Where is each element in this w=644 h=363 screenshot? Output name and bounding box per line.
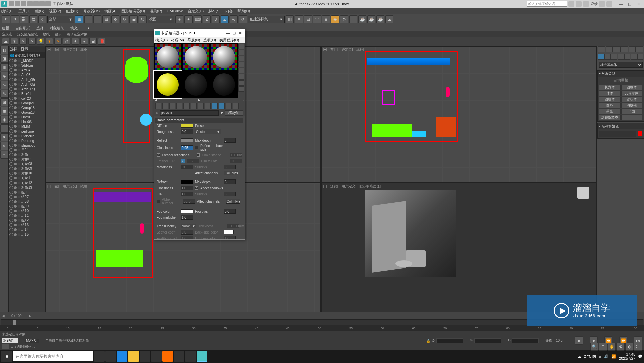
roughness-spinner[interactable]: 0.0 [181,129,193,134]
redo-button[interactable]: ↷ [11,15,19,23]
coord-z[interactable] [512,338,539,343]
scene-item[interactable]: 组10 [9,209,45,213]
ribbon-objpaint[interactable]: 对象绘制 [50,25,64,31]
move-button[interactable]: ✥ [111,15,119,23]
primitive-button[interactable]: 球体 [599,91,621,96]
lt-8[interactable]: ▦ [0,107,8,115]
rollout-basic[interactable]: Basic parameters [155,118,243,123]
primitive-button[interactable]: 圆环 [599,103,621,108]
uv-icon[interactable] [238,62,244,67]
rollout-objtype[interactable]: ▾ 对象类型 [598,71,644,77]
scene-item[interactable]: 对象10 [9,171,45,176]
fresnel-checkbox[interactable] [157,153,160,157]
scene-item[interactable]: 组09 [9,204,45,209]
explorer-icon[interactable] [128,351,139,362]
coord-y[interactable] [474,338,501,343]
ribbon-fill[interactable]: 填充 [70,25,78,31]
lt-9[interactable]: ◉ [0,116,8,124]
menu-render[interactable]: 渲染(R) [150,9,162,14]
scene-item[interactable]: 组01 [9,190,45,195]
scene-item[interactable]: Group18 [9,105,45,110]
sun3-icon[interactable]: ☀ [28,38,36,45]
go-parent-button[interactable] [226,103,232,109]
target-icon[interactable]: ◎ [63,38,70,45]
system-icon[interactable] [637,54,643,60]
maxdepth-r-spinner[interactable]: 5 [224,138,236,143]
menu-tools[interactable]: 工具(T) [18,9,31,14]
snap-3d-button[interactable]: 3 [212,15,220,23]
book-icon[interactable]: 📕 [98,38,105,45]
sparkle-icon[interactable]: ✦ [72,38,79,45]
primitive-button[interactable]: 管状体 [621,97,643,102]
menu-civil[interactable]: Civil View [167,9,182,13]
scene-item[interactable]: Arch_05( [9,77,45,82]
lt-7[interactable]: ⊞ [0,98,8,106]
spinner-snap-button[interactable]: ⟳ [239,15,247,23]
scene-item[interactable]: Line01 [9,115,45,119]
affect-shadows-checkbox[interactable] [195,186,198,190]
sun-icon[interactable]: ☀ [11,38,18,45]
infocenter-icon[interactable] [568,1,574,7]
scene-item[interactable]: 对象08 [9,162,45,166]
translucency-dropdown[interactable]: None▼ [181,224,196,228]
clock-date[interactable]: 2021/7/27 [619,356,635,360]
render-last-button[interactable]: ☕ [367,15,375,23]
affect-f-dropdown[interactable]: Col..nly▼ [226,199,240,204]
sun2-icon[interactable]: ☀ [19,38,27,45]
menu-modifiers[interactable]: 修改器(M) [83,9,100,14]
maxdepth-f-spinner[interactable]: 5 [224,179,236,184]
workspace-label[interactable]: 工作区: 默认 [53,1,73,6]
lt-10[interactable]: T [0,124,8,133]
pick-icon[interactable]: ✎ [155,111,158,115]
ribbon-tabs[interactable]: 建模 自由形式 选择 对象绘制 填充 ● [0,24,644,31]
dialog-minimize[interactable]: — [225,31,231,35]
fogmult-spinner[interactable]: 1.0 [181,215,193,220]
scene-item[interactable]: 对象01 [9,157,45,162]
sample-slots[interactable] [154,43,238,98]
show-map-button[interactable] [212,103,218,109]
close-button[interactable]: ✕ [634,1,643,7]
scene-item[interactable]: 3ddd.ru [9,63,45,68]
scene-item[interactable]: 组11 [9,213,45,218]
login-label[interactable]: 登录 [590,1,598,6]
scene-item[interactable]: 对象09 [9,166,45,171]
time-ruler[interactable]: 0510152025303540455055606570758085909510… [0,325,644,331]
video-icon[interactable] [238,68,244,73]
primitive-button[interactable]: 几何球体 [621,91,643,96]
cortana-icon[interactable] [94,351,105,362]
quick-access-toolbar[interactable] [9,1,51,7]
scene-item[interactable]: Line03 [9,119,45,124]
scale-button[interactable]: ▣ [129,15,138,23]
render-frame-button[interactable]: ▭ [349,15,357,23]
rollout-namecolor[interactable]: ▾ 名称和颜色 [598,123,644,129]
scene-item[interactable]: 组13 [9,223,45,227]
select-name-button[interactable]: ▭ [84,15,92,23]
geo-icon[interactable] [598,54,604,60]
reflect-swatch[interactable] [181,138,193,142]
teapot-icon[interactable]: ☕ [376,15,384,23]
preset-dropdown[interactable]: Custom▼ [195,129,221,134]
render-setup-button[interactable]: ⚙ [340,15,348,23]
scene-item[interactable]: Arch_05( [9,82,45,87]
sun5-icon[interactable]: ☀ [54,38,62,45]
material-type-button[interactable]: VRayMtl [225,110,243,116]
sphere-icon[interactable]: ● [80,38,88,45]
menu-group[interactable]: 组(G) [35,9,44,14]
scene-item[interactable]: 对象11 [9,176,45,180]
space-icon[interactable] [631,54,637,60]
rotate-button[interactable]: ↻ [120,15,128,23]
bind-button[interactable]: ◊ [38,15,46,23]
primitive-button[interactable]: 四棱锥 [621,103,643,108]
object-name-input[interactable] [599,131,636,137]
nav-orbit-button[interactable]: ⟲ [616,343,625,351]
scene-item[interactable]: Arc05 [9,72,45,77]
copy-button[interactable] [183,103,190,109]
scene-item[interactable]: _MODEL [9,58,45,63]
named-sets-dropdown[interactable]: 创建选择集▼ [248,16,285,23]
category-dropdown[interactable]: 标准基本体 [599,62,643,68]
light-icon[interactable]: 💡 [37,38,44,45]
ribbon-freeform[interactable]: 自由形式 [15,25,30,31]
primitive-button[interactable]: 圆柱体 [599,97,621,102]
menu-graph[interactable]: 图形编辑器(D) [121,9,145,14]
selection-filter[interactable]: 全部▼ [47,16,74,23]
